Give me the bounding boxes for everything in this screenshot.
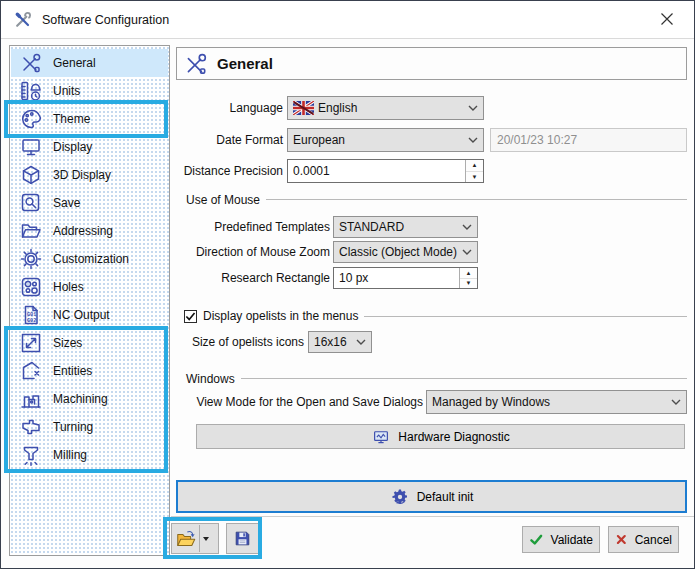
- windows-group: Windows: [186, 371, 687, 386]
- sidebar-item-units[interactable]: Units: [11, 77, 168, 105]
- sidebar-item-label: Units: [53, 84, 80, 98]
- mouse-zoom-label: Direction of Mouse Zoom: [161, 241, 330, 263]
- opelists-size-select[interactable]: 16x16: [308, 331, 372, 353]
- sidebar-item-label: Theme: [53, 112, 90, 126]
- ruler-clock-icon: [18, 78, 44, 104]
- sidebar-item-label: General: [53, 56, 96, 70]
- crossed-tools-icon: [18, 50, 44, 76]
- group-line: [266, 199, 687, 200]
- validate-button[interactable]: Validate: [522, 526, 600, 553]
- window-title: Software Configuration: [42, 13, 169, 27]
- caret-down-icon: [203, 537, 209, 541]
- hardware-diagnostic-button[interactable]: Hardware Diagnostic: [196, 424, 685, 449]
- predefined-templates-label: Predefined Templates: [161, 216, 330, 238]
- distance-precision-input[interactable]: [288, 160, 465, 182]
- default-init-button[interactable]: Default init: [176, 480, 687, 513]
- opelists-size-value: 16x16: [314, 335, 352, 349]
- sidebar-item-label: NC Output: [53, 308, 110, 322]
- group-line: [364, 316, 687, 317]
- mouse-zoom-value: Classic (Object Mode): [339, 245, 458, 259]
- view-mode-value: Managed by Windows: [432, 395, 667, 409]
- validate-label: Validate: [551, 533, 593, 547]
- sidebar-item-label: Machining: [53, 392, 108, 406]
- sidebar-item-label: Display: [53, 140, 92, 154]
- display-opelists-label: Display opelists in the menus: [203, 309, 358, 323]
- diagonal-arrow-icon: [18, 330, 44, 356]
- sidebar-item-theme[interactable]: Theme: [11, 105, 168, 133]
- sidebar-item-label: Sizes: [53, 336, 82, 350]
- chevron-down-icon: [671, 399, 681, 405]
- predefined-templates-select[interactable]: STANDARD: [333, 216, 478, 238]
- sidebar-item-addressing[interactable]: Addressing: [11, 217, 168, 245]
- language-value: English: [318, 101, 464, 115]
- floppy-save-icon: [233, 527, 252, 550]
- sidebar-item-general[interactable]: General: [11, 49, 168, 77]
- display-opelists-checkbox[interactable]: [184, 310, 197, 323]
- sidebar-item-holes[interactable]: Holes: [11, 273, 168, 301]
- date-format-label: Date Format: [151, 128, 283, 152]
- view-mode-select[interactable]: Managed by Windows: [426, 390, 687, 414]
- sidebar-item-turning[interactable]: Turning: [11, 413, 168, 441]
- sidebar-item-nc-output[interactable]: G01 G02 NC Output: [11, 301, 168, 329]
- gcode-document-icon: G01 G02: [18, 302, 44, 328]
- save-config-button[interactable]: [226, 523, 259, 554]
- sidebar-item-entities[interactable]: Entities: [11, 357, 168, 385]
- spinner: ▲ ▼: [465, 160, 483, 182]
- predefined-templates-value: STANDARD: [339, 220, 458, 234]
- page-header: General: [176, 47, 687, 80]
- svg-text:G02: G02: [27, 318, 36, 324]
- view-mode-label: View Mode for the Open and Save Dialogs: [176, 390, 423, 414]
- chevron-down-icon: [468, 105, 478, 111]
- chevron-down-icon: [462, 249, 472, 255]
- geometry-sketch-icon: [18, 358, 44, 384]
- close-button[interactable]: [646, 3, 688, 35]
- date-format-value: European: [293, 133, 464, 147]
- use-of-mouse-group: Use of Mouse: [186, 192, 687, 207]
- date-preview-field: 20/01/23 10:27: [490, 128, 687, 152]
- software-configuration-dialog: Software Configuration General: [0, 0, 695, 569]
- display-opelists-row: Display opelists in the menus: [184, 309, 687, 323]
- sidebar-item-3d-display[interactable]: 3D Display: [11, 161, 168, 189]
- sidebar-item-label: 3D Display: [53, 168, 111, 182]
- mouse-zoom-select[interactable]: Classic (Object Mode): [333, 241, 478, 263]
- sidebar-item-label: Milling: [53, 448, 87, 462]
- distance-precision-spinbox: ▲ ▼: [287, 159, 484, 183]
- research-rectangle-label: Research Rectangle: [161, 267, 330, 289]
- hardware-diagnostic-label: Hardware Diagnostic: [398, 430, 509, 444]
- title-bar: Software Configuration: [1, 1, 694, 39]
- opelists-size-label: Size of opelists icons: [161, 331, 304, 353]
- sidebar-item-label: Entities: [53, 364, 92, 378]
- language-select[interactable]: English: [287, 96, 484, 120]
- research-rectangle-input[interactable]: [334, 268, 459, 288]
- open-folder-icon: [18, 218, 44, 244]
- sidebar-item-sizes[interactable]: Sizes: [11, 329, 168, 357]
- spin-down-button[interactable]: ▼: [460, 279, 477, 289]
- group-line: [241, 378, 687, 379]
- machine-icon: [18, 386, 44, 412]
- cancel-button[interactable]: Cancel: [608, 526, 679, 553]
- sidebar-item-display[interactable]: Display: [11, 133, 168, 161]
- spin-up-button[interactable]: ▲: [460, 268, 477, 279]
- sidebar-item-machining[interactable]: Machining: [11, 385, 168, 413]
- sidebar-item-customization[interactable]: Customization: [11, 245, 168, 273]
- page-title: General: [217, 55, 273, 72]
- date-format-select[interactable]: European: [287, 128, 484, 152]
- chevron-down-icon: [468, 137, 478, 143]
- sidebar-item-label: Customization: [53, 252, 129, 266]
- spin-up-button[interactable]: ▲: [466, 160, 483, 172]
- monitor-icon: [18, 134, 44, 160]
- close-icon: [660, 12, 674, 26]
- sidebar-item-label: Save: [53, 196, 80, 210]
- open-config-split-button[interactable]: [171, 523, 219, 554]
- chevron-down-icon: [462, 224, 472, 230]
- open-dropdown-arrow[interactable]: [199, 525, 212, 552]
- language-label: Language: [151, 96, 283, 120]
- reset-gear-icon: [390, 487, 410, 507]
- category-sidebar: General Units Theme: [9, 45, 170, 556]
- save-search-icon: [18, 190, 44, 216]
- sidebar-item-milling[interactable]: Milling: [11, 441, 168, 469]
- distance-precision-label: Distance Precision: [151, 159, 283, 183]
- spin-down-button[interactable]: ▼: [466, 172, 483, 183]
- sidebar-item-save[interactable]: Save: [11, 189, 168, 217]
- group-title: Use of Mouse: [186, 193, 260, 207]
